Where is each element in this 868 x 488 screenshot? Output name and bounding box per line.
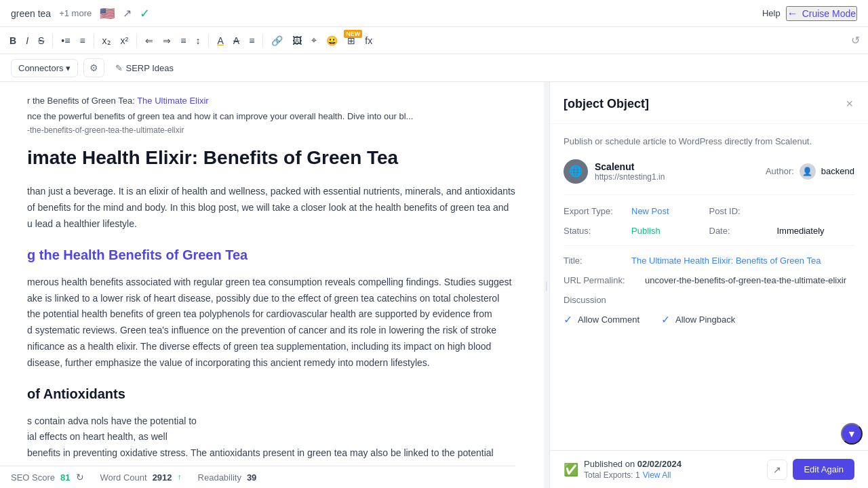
seo-score-refresh-button[interactable]: ↻ (76, 472, 84, 483)
strikethrough-button[interactable]: S (34, 33, 48, 49)
site-logo-icon: 🌐 (569, 165, 583, 178)
export-type-label: Export Type: (564, 206, 631, 216)
scroll-bottom-button[interactable]: ▼ (841, 423, 863, 445)
allow-pingback-check[interactable]: ✓ Allow Pingback (661, 313, 735, 326)
settings-button[interactable]: ⚙ (83, 58, 104, 77)
seo-score-label: SEO Score (11, 472, 55, 483)
help-link[interactable]: Help (762, 8, 781, 18)
export-type-value: New Post (631, 206, 669, 216)
indent-button[interactable]: ⇒ (159, 33, 175, 49)
wp-divider-1 (564, 245, 854, 246)
link-button[interactable]: 🔗 (267, 33, 287, 49)
readability-value: 39 (247, 472, 256, 483)
export-count: Total Exports: 1 View All (584, 470, 682, 480)
wp-site-row: 🌐 Scalenut https://sntesting1.in Author:… (564, 159, 854, 195)
date-label: Date: (709, 226, 777, 236)
body-para-1: than just a beverage. It is an elixir of… (27, 184, 517, 232)
wp-header: [object Object] × (550, 82, 868, 124)
emoji-button[interactable]: 😀 (322, 33, 342, 49)
resize-handle[interactable]: ❘ (544, 82, 549, 488)
new-badge: NEW (344, 30, 362, 38)
connectors-button[interactable]: Connectors ▾ (11, 59, 78, 77)
table-btn-wrap: ⊞ NEW (343, 33, 359, 49)
line-height-button[interactable]: ↕ (191, 33, 204, 49)
toolbar-sep-5 (262, 34, 263, 47)
published-date-text: Published on 02/02/2024 (584, 459, 682, 469)
author-label: Author: (766, 166, 794, 176)
outdent-button[interactable]: ⇐ (141, 33, 157, 49)
allow-pingback-checkmark-icon: ✓ (661, 313, 670, 326)
url-permalink-row: URL Permalink: uncover-the-benefits-of-g… (564, 275, 854, 285)
word-count-label: Word Count (100, 472, 147, 483)
top-bar-left: green tea +1 more 🇺🇸 ↗ ✓ (11, 6, 150, 21)
top-bar-right: Help ← Cruise Mode (762, 6, 857, 21)
wp-site-url: https://sntesting1.in (595, 172, 665, 182)
wp-footer: ✅ Published on 02/02/2024 Total Exports:… (550, 450, 868, 488)
history-button[interactable]: ↺ (848, 31, 863, 49)
section-2-heading: of Antioxidants (27, 382, 517, 405)
secondary-toolbar: Connectors ▾ ⚙ ✎ SERP Ideas (0, 54, 868, 82)
subscript-button[interactable]: x₂ (98, 33, 115, 49)
video-button[interactable]: ⌖ (307, 32, 321, 49)
discussion-section: Discussion ✓ Allow Comment ✓ Allow Pingb… (564, 295, 854, 326)
article-url: -the-benefits-of-green-tea-the-ultimate-… (27, 125, 517, 135)
wp-site-name: Scalenut (595, 161, 665, 172)
align-left-button[interactable]: ≡ (176, 33, 190, 49)
seo-score-value: 81 (60, 472, 70, 483)
share-icon[interactable]: ↗ (123, 7, 132, 20)
font-color-button[interactable]: A (213, 33, 227, 49)
word-count-value: 2912 (153, 472, 172, 483)
unordered-list-button[interactable]: •≡ (57, 33, 74, 49)
image-button[interactable]: 🖼 (288, 33, 306, 49)
status-bar: SEO Score 81 ↻ Word Count 2912 ↑ Readabi… (0, 466, 515, 488)
author-name: backend (821, 166, 854, 176)
word-count-item: Word Count 2912 ↑ (100, 472, 182, 483)
superscript-button[interactable]: x² (117, 33, 133, 49)
title-row: Title: The Ultimate Health Elixir: Benef… (564, 256, 854, 266)
published-text-block: Published on 02/02/2024 Total Exports: 1… (584, 459, 682, 480)
flag-icon: 🇺🇸 (100, 6, 115, 21)
seo-score-item: SEO Score 81 ↻ (11, 472, 84, 483)
external-link-icon: ↗ (773, 464, 781, 475)
toolbar-sep-4 (208, 34, 209, 47)
more-count: +1 more (59, 8, 92, 18)
wp-site-info: 🌐 Scalenut https://sntesting1.in (564, 159, 665, 184)
highlight-button[interactable]: A (229, 33, 243, 49)
ordered-list-button[interactable]: ≡ (75, 33, 89, 49)
editor-area[interactable]: r the Benefits of Green Tea: The Ultimat… (0, 82, 544, 488)
export-type-cell: Export Type: New Post (564, 206, 709, 216)
wp-author: Author: 👤 backend (766, 163, 854, 180)
allow-comment-check[interactable]: ✓ Allow Comment (564, 313, 639, 326)
formatting-toolbar: B I S •≡ ≡ x₂ x² ⇐ ⇒ ≡ ↕ A A ≡ 🔗 🖼 ⌖ 😀 ⊞… (0, 27, 868, 54)
serp-ideas-label: SERP Ideas (125, 63, 174, 73)
meta-prefix: r the Benefits of Green Tea: (27, 96, 135, 106)
author-avatar: 👤 (800, 163, 816, 180)
formula-button[interactable]: fx (361, 33, 376, 49)
author-avatar-icon: 👤 (802, 167, 812, 176)
check-done[interactable]: ✓ (140, 6, 150, 21)
cruise-mode-button[interactable]: ← Cruise Mode (786, 6, 857, 21)
allow-comment-label: Allow Comment (578, 314, 639, 325)
cruise-mode-label: Cruise Mode (802, 8, 856, 19)
bold-button[interactable]: B (5, 33, 20, 49)
edit-again-button[interactable]: Edit Again (793, 459, 854, 480)
scroll-area: ▼ (550, 418, 868, 450)
article-body[interactable]: than just a beverage. It is an elixir of… (27, 184, 517, 462)
clear-format-button[interactable]: ≡ (245, 33, 258, 49)
title-label: Title: (564, 256, 631, 266)
connectors-label: Connectors (18, 63, 63, 73)
external-link-button[interactable]: ↗ (767, 460, 787, 480)
serp-ideas-button[interactable]: ✎ SERP Ideas (110, 60, 179, 77)
italic-button[interactable]: I (22, 33, 33, 49)
view-all-link[interactable]: View All (643, 470, 671, 480)
status-label: Status: (564, 226, 631, 236)
post-id-cell: Post ID: (709, 206, 855, 216)
wp-footer-right: ↗ Edit Again (767, 459, 854, 480)
wordpress-publisher-sidebar: [object Object] × Publish or schedule ar… (549, 82, 868, 488)
meta-link[interactable]: The Ultimate Elixir (137, 96, 208, 106)
article-meta: r the Benefits of Green Tea: The Ultimat… (27, 96, 517, 106)
title-value: The Ultimate Health Elixir: Benefits of … (631, 256, 821, 266)
readability-item: Readability 39 (198, 472, 257, 483)
close-button[interactable]: × (844, 96, 854, 113)
post-id-label: Post ID: (709, 206, 777, 216)
